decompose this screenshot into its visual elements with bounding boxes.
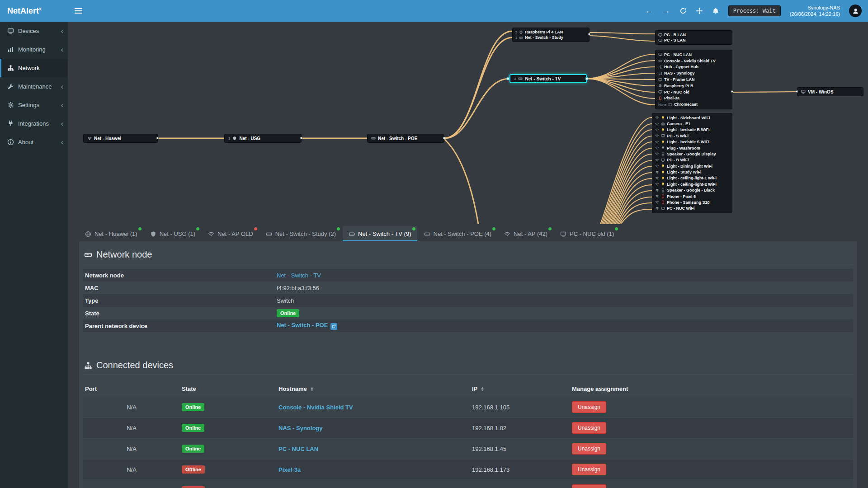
device-type-icon (661, 146, 665, 150)
sidebar-item[interactable]: Monitoring ‹ (0, 40, 68, 59)
nav-back-icon[interactable]: ← (645, 7, 653, 15)
unassign-button[interactable]: Unassign (572, 484, 606, 488)
device-row[interactable]: PC - S WiFi (655, 133, 729, 139)
sidebar-item[interactable]: Maintenance ‹ (0, 77, 68, 96)
unassign-button[interactable]: Unassign (572, 401, 606, 413)
node-net-switch-poe[interactable]: Net - Switch - POE (367, 134, 444, 143)
user-avatar[interactable] (849, 5, 862, 17)
device-icon (519, 30, 523, 34)
device-row[interactable]: PC - NUC old (658, 89, 729, 95)
device-row[interactable]: Light - bedside B WiFi (655, 127, 729, 133)
device-row[interactable]: PC - S LAN (658, 38, 729, 43)
chevron-left-icon: ‹ (61, 29, 63, 33)
hostname-link[interactable]: NAS - Synology (278, 425, 323, 432)
device-row[interactable]: None Chromecast (658, 101, 729, 108)
device-row[interactable]: 5 Raspberry Pi 4 LAN (515, 29, 586, 35)
device-row[interactable]: Pixel-3a (658, 95, 729, 101)
topology-links (68, 22, 868, 224)
node-net-switch-tv-selected[interactable]: 4 Net - Switch - TV (509, 74, 587, 83)
selection-handle[interactable] (585, 77, 588, 80)
move-icon[interactable] (696, 7, 703, 14)
app-logo[interactable]: NetAlertx (0, 6, 68, 16)
device-row[interactable]: NAS - Synology (658, 70, 729, 76)
device-label: Speaker - Google - Black (667, 188, 715, 192)
status-dot (492, 227, 495, 230)
device-row[interactable]: Plug - Washroom (655, 145, 729, 151)
network-topology-canvas[interactable]: Net - Huawei 3 Net - USG Net - Switch - … (68, 22, 868, 224)
sort-icon[interactable] (309, 386, 315, 392)
device-row[interactable]: Phone - Samsung S10 (655, 199, 729, 205)
node-tab[interactable]: Net - Switch - TV (9) (343, 226, 417, 241)
switch-icon (518, 76, 523, 81)
status-dot (337, 227, 340, 230)
sidebar-item[interactable]: Devices ‹ (0, 22, 68, 40)
sidebar-item-icon (7, 28, 14, 34)
device-row[interactable]: PC - B LAN (658, 32, 729, 38)
hostname-link[interactable]: PC - NUC LAN (278, 446, 318, 452)
hostname-link[interactable]: Console - Nvidia Shield TV (278, 404, 353, 411)
selection-handle[interactable] (507, 77, 509, 80)
node-tab[interactable]: Net - Switch - Study (2) (260, 226, 342, 241)
device-row[interactable]: Light - Sideboard WiFi (655, 115, 729, 121)
detail-label: Type (83, 297, 277, 304)
sidebar-item[interactable]: Settings ‹ (0, 96, 68, 114)
unassign-button[interactable]: Unassign (572, 422, 606, 434)
device-row[interactable]: Light - ceiling-light-2 WiFi (655, 181, 729, 187)
device-label: PC - B WiFi (667, 158, 689, 162)
sidebar-item-icon (7, 102, 14, 108)
sidebar-item[interactable]: About ‹ (0, 133, 68, 151)
device-row[interactable]: Speaker - Google - Black (655, 188, 729, 193)
col-hostname[interactable]: Hostname (277, 381, 470, 397)
sidebar-item[interactable]: Network (0, 59, 68, 77)
sidebar-item-icon (7, 46, 14, 53)
node-tab[interactable]: Net - AP OLD (202, 226, 259, 241)
device-label: PC - S LAN (664, 38, 686, 42)
node-tab[interactable]: Net - AP (42) (498, 226, 553, 241)
node-tab[interactable]: PC - NUC old (1) (554, 226, 620, 241)
network-node-link[interactable]: Net - Switch - TV (277, 272, 321, 279)
hamburger-menu-icon[interactable] (68, 0, 89, 22)
device-row[interactable]: Light - bedside S WiFi (655, 139, 729, 145)
device-row[interactable]: PC - NUC WiFi (655, 206, 729, 211)
unassign-button[interactable]: Unassign (572, 464, 606, 475)
node-tab[interactable]: Net - Switch - POE (4) (418, 226, 498, 241)
wifi-icon (655, 176, 659, 180)
device-row[interactable]: Light - ceiling-light-1 WiFi (655, 175, 729, 181)
device-label: Phone - Pixel 6 (667, 194, 696, 199)
device-row[interactable]: Speaker - Google Display (655, 151, 729, 157)
node-tab[interactable]: Net - Huawei (1) (79, 226, 143, 241)
device-row[interactable]: Phone - Pixel 6 (655, 193, 729, 199)
device-row[interactable]: Camera - E1 (655, 121, 729, 127)
detail-row: State Online (83, 307, 853, 319)
col-ip[interactable]: IP (470, 381, 570, 397)
node-tab[interactable]: Net - USG (1) (144, 226, 201, 241)
device-row[interactable]: 3 Net - Switch - Study (515, 35, 586, 40)
device-row[interactable]: Light - Study WiFi (655, 169, 729, 175)
device-row[interactable]: Console - Nvidia Shield TV (658, 58, 729, 64)
nav-forward-icon[interactable]: → (662, 7, 670, 15)
sidebar-item[interactable]: Integrations ‹ (0, 114, 68, 133)
node-label: VM - WinOS (808, 89, 834, 94)
node-net-usg[interactable]: 3 Net - USG (224, 134, 302, 143)
sort-icon[interactable] (480, 386, 485, 392)
hostname-link[interactable]: Pixel-3a (278, 466, 301, 473)
parent-node-link[interactable]: Net - Switch - POE (277, 322, 328, 328)
refresh-icon[interactable] (679, 7, 687, 14)
external-link-icon[interactable] (330, 323, 337, 330)
device-row[interactable]: Light - Dining light WiFi (655, 163, 729, 169)
node-vm-winos[interactable]: VM - WinOS (797, 87, 863, 96)
connector-port (156, 137, 159, 139)
device-row[interactable]: Hub - Cygnet Hub (658, 64, 729, 70)
device-type-icon (661, 170, 665, 174)
device-row[interactable]: TV - Frame LAN (658, 76, 729, 83)
device-row[interactable]: PC - B WiFi (655, 157, 729, 163)
device-row[interactable]: Raspberry Pi B (658, 83, 729, 89)
port-label: None (658, 103, 666, 107)
col-state: State (180, 381, 277, 397)
device-label: Light - bedside B WiFi (667, 127, 709, 132)
port-label: 5 (515, 30, 517, 34)
node-net-huawei[interactable]: Net - Huawei (83, 134, 158, 143)
notifications-bell-icon[interactable] (712, 7, 719, 14)
device-row[interactable]: PC - NUC LAN (658, 52, 729, 58)
unassign-button[interactable]: Unassign (572, 443, 606, 455)
